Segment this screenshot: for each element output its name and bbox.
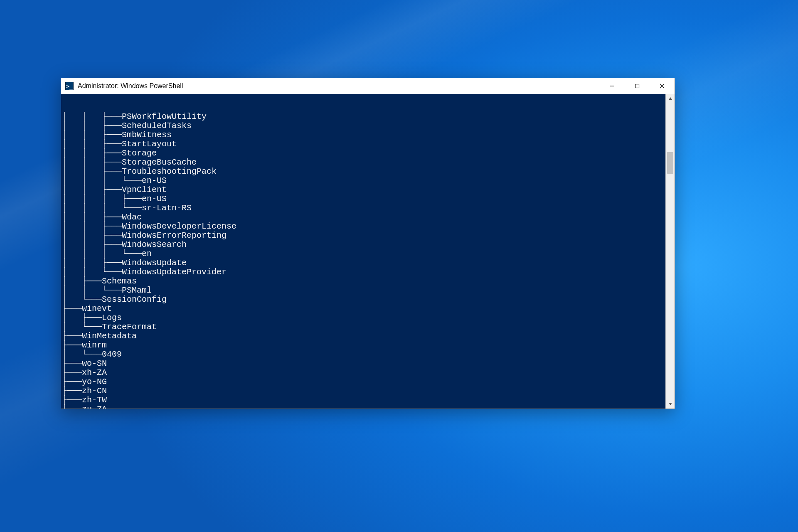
- tree-line: │ │ │ └───en: [62, 249, 665, 259]
- tree-line: │ │ ├───WindowsDeveloperLicense: [62, 222, 665, 231]
- tree-line: │ │ ├───WindowsUpdate: [62, 259, 665, 268]
- tree-line: ├───winevt: [62, 304, 665, 313]
- tree-line: └───zu-ZA: [62, 405, 665, 409]
- svg-marker-4: [669, 97, 672, 100]
- vertical-scrollbar[interactable]: [665, 94, 675, 409]
- tree-line: │ ├───Logs: [62, 313, 665, 323]
- svg-rect-1: [635, 84, 639, 88]
- tree-line: ├───winrm: [62, 341, 665, 350]
- tree-line: ├───zh-CN: [62, 387, 665, 396]
- powershell-window: >_ Administrator: Windows PowerShell │ │…: [61, 78, 675, 409]
- tree-line: │ │ ├───ScheduledTasks: [62, 121, 665, 131]
- scroll-down-button[interactable]: [666, 399, 675, 409]
- tree-line: │ │ ├───WindowsSearch: [62, 240, 665, 249]
- close-button[interactable]: [650, 78, 675, 94]
- window-title: Administrator: Windows PowerShell: [78, 82, 183, 90]
- tree-line: │ │ ├───StorageBusCache: [62, 158, 665, 167]
- tree-line: │ │ ├───WindowsErrorReporting: [62, 231, 665, 240]
- maximize-button[interactable]: [625, 78, 650, 94]
- window-controls: [600, 78, 675, 94]
- tree-line: │ │ └───PSMaml: [62, 286, 665, 295]
- tree-line: │ │ ├───SmbWitness: [62, 131, 665, 140]
- tree-line: │ └───SessionConfig: [62, 295, 665, 304]
- tree-line: │ │ ├───TroubleshootingPack: [62, 167, 665, 176]
- minimize-button[interactable]: [600, 78, 625, 94]
- tree-line: ├───zh-TW: [62, 396, 665, 405]
- tree-line: │ │ │ └───sr-Latn-RS: [62, 204, 665, 213]
- tree-line: ├───xh-ZA: [62, 368, 665, 377]
- tree-line: │ │ ├───StartLayout: [62, 140, 665, 149]
- tree-line: │ │ ├───Storage: [62, 149, 665, 158]
- tree-line: │ ├───Schemas: [62, 277, 665, 286]
- tree-line: │ │ └───WindowsUpdateProvider: [62, 268, 665, 277]
- tree-line: │ │ ├───PSWorkflowUtility: [62, 112, 665, 121]
- tree-line: │ │ │ └───en-US: [62, 176, 665, 185]
- tree-line: │ └───0409: [62, 350, 665, 359]
- client-area: │ │ ├───PSWorkflowUtility│ │ ├───Schedul…: [61, 94, 675, 409]
- tree-line: │ │ ├───Wdac: [62, 213, 665, 222]
- tree-line: │ └───TraceFormat: [62, 323, 665, 332]
- scrollbar-thumb[interactable]: [667, 152, 673, 174]
- tree-line: │ │ │ ├───en-US: [62, 195, 665, 204]
- console-output[interactable]: │ │ ├───PSWorkflowUtility│ │ ├───Schedul…: [61, 94, 665, 409]
- svg-marker-5: [669, 403, 672, 405]
- scroll-up-button[interactable]: [666, 94, 675, 103]
- tree-line: ├───wo-SN: [62, 359, 665, 368]
- tree-line: │ │ ├───VpnClient: [62, 185, 665, 195]
- tree-line: ├───WinMetadata: [62, 332, 665, 341]
- powershell-icon: >_: [65, 82, 74, 90]
- titlebar[interactable]: >_ Administrator: Windows PowerShell: [61, 78, 675, 94]
- tree-line: ├───yo-NG: [62, 377, 665, 387]
